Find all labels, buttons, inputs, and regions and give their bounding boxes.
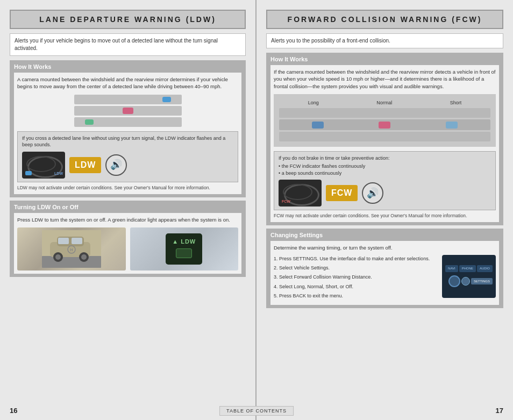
- fcw-item-1: • the FCW indicator flashes continuously: [279, 163, 491, 170]
- ldw-badge: LDW: [69, 157, 101, 173]
- ldw-title-bar: LANE DEPARTURE WARNING (LDW): [10, 10, 246, 29]
- fcw-gauge: [283, 184, 312, 200]
- ldw-how-content: A camera mounted between the windshield …: [14, 73, 241, 194]
- steps-list: 1. Press SETTINGS. Use the interface dia…: [274, 255, 439, 302]
- svg-rect-4: [58, 238, 69, 244]
- fcw-alert-box: Alerts you to the possibility of a front…: [266, 33, 503, 48]
- fcw-sound-icon: 🔊: [362, 182, 383, 204]
- label-long: Long: [308, 99, 319, 106]
- fcw-title: FORWARD COLLISION WARNING (FCW): [269, 15, 500, 24]
- car-icon-2: [123, 108, 133, 114]
- ldw-car-photos: H ▲ LDW: [17, 227, 238, 270]
- lane-row-3: [74, 117, 182, 127]
- fcw-display: FCW FCW 🔊: [279, 180, 491, 207]
- fcw-row-bottom: [279, 132, 490, 141]
- fcw-changing-section: Changing Settings Determine the warning …: [266, 229, 503, 308]
- label-normal: Normal: [376, 99, 392, 106]
- fcw-title-bar: FORWARD COLLISION WARNING (FCW): [266, 10, 503, 29]
- fcw-warning-title: If you do not brake in time or take prev…: [279, 155, 491, 162]
- ldw-gauge-label: LDW: [54, 171, 63, 176]
- svg-point-9: [81, 254, 87, 260]
- car-photo-button: ▲ LDW: [130, 227, 239, 270]
- gauge-circle: [26, 156, 56, 172]
- svg-rect-1: [42, 256, 101, 268]
- car-blue-left: [312, 122, 324, 129]
- speaker-symbol: 🔊: [110, 158, 122, 172]
- step-5: 5. Press BACK to exit the menu.: [274, 292, 439, 300]
- fcw-gauge-label: FCW: [282, 199, 290, 204]
- page-number-right: 17: [496, 407, 503, 415]
- ldw-turning-content: Press LDW to turn the system on or off. …: [14, 213, 241, 274]
- ldw-lane-diagram: [17, 95, 238, 127]
- nav-enter-btn: [461, 277, 470, 286]
- fcw-changing-title: Changing Settings: [270, 232, 499, 238]
- car-icon-1: [162, 97, 171, 102]
- fcw-badge: FCW: [326, 185, 358, 201]
- car-exterior-svg: H: [42, 230, 101, 268]
- ldw-display: LDW LDW 🔊: [22, 152, 233, 179]
- left-page: LANE DEPARTURE WARNING (LDW) Alerts you …: [0, 0, 256, 420]
- step-1: 1. Press SETTINGS. Use the interface dia…: [274, 255, 439, 262]
- ldw-turning-section: Turning LDW On or Off Press LDW to turn …: [10, 201, 246, 277]
- ldw-alert-text: Alerts you if your vehicle begins to mov…: [15, 38, 218, 51]
- svg-rect-5: [72, 238, 82, 244]
- lane-row-2: [74, 106, 182, 116]
- nav-btn-audio: AUDIO: [477, 265, 493, 272]
- ldw-warning-box: If you cross a detected lane line withou…: [17, 131, 238, 182]
- nav-btn-navi: NAVI: [445, 265, 458, 272]
- nav-bottom-row: SETTINGS: [448, 275, 493, 287]
- ldw-button-panel: ▲ LDW: [166, 233, 202, 264]
- nav-dial: [448, 275, 460, 287]
- ldw-how-it-works: How It Works A camera mounted between th…: [10, 60, 246, 197]
- settings-steps-container: 1. Press SETTINGS. Use the interface dia…: [274, 255, 496, 302]
- sound-icon: 🔊: [105, 154, 127, 176]
- fcw-distance-labels: Long Normal Short: [279, 99, 490, 106]
- ldw-turning-body: Press LDW to turn the system on or off. …: [17, 216, 238, 223]
- fcw-dashboard-image: FCW: [279, 180, 322, 207]
- fcw-note: FCW may not activate under certain condi…: [274, 213, 496, 219]
- fcw-row-top: [279, 108, 490, 118]
- ldw-note: LDW may not activate under certain condi…: [17, 185, 238, 191]
- right-page: FORWARD COLLISION WARNING (FCW) Alerts y…: [256, 0, 513, 420]
- ldw-turning-title: Turning LDW On or Off: [14, 204, 241, 210]
- page-spread: LANE DEPARTURE WARNING (LDW) Alerts you …: [0, 0, 513, 420]
- car-icon-3: [85, 119, 94, 125]
- car-pink-center: [379, 122, 390, 129]
- svg-text:H: H: [70, 248, 73, 252]
- ldw-how-body: A camera mounted between the windshield …: [17, 76, 238, 90]
- ldw-alert-box: Alerts you if your vehicle begins to mov…: [10, 33, 246, 56]
- ldw-dashboard-image: LDW: [22, 152, 65, 179]
- fcw-changing-body: Determine the warning timing, or turn th…: [274, 244, 496, 251]
- fcw-how-title: How It Works: [270, 56, 499, 62]
- toc-footer: TABLE OF CONTENTS: [219, 406, 294, 416]
- step-4: 4. Select Long, Normal, Short, or Off.: [274, 283, 439, 290]
- fcw-warning-items: • the FCW indicator flashes continuously…: [279, 163, 491, 176]
- fcw-item-2: • a beep sounds continuously: [279, 170, 491, 177]
- fcw-how-content: If the camera mounted between the windsh…: [270, 65, 499, 222]
- nav-top-row: NAVI PHONE AUDIO: [445, 265, 493, 272]
- page-number-left: 16: [10, 407, 17, 415]
- nav-btn-phone: PHONE: [459, 265, 476, 272]
- nav-btn-settings: SETTINGS: [471, 278, 493, 284]
- fcw-alert-text: Alerts you to the possibility of a front…: [271, 38, 390, 44]
- lane-row-1: [74, 95, 182, 104]
- svg-point-7: [55, 254, 61, 260]
- fcw-how-body: If the camera mounted between the windsh…: [274, 68, 496, 90]
- fcw-changing-content: Determine the warning timing, or turn th…: [270, 241, 499, 304]
- fcw-diagram: Long Normal Short: [274, 94, 496, 147]
- ldw-button-shape: [176, 248, 192, 258]
- car-photo-exterior: H: [17, 227, 126, 270]
- car-blue-right: [446, 122, 458, 129]
- nav-screen: NAVI PHONE AUDIO SETTINGS: [442, 255, 496, 298]
- fcw-cars-row: [279, 119, 490, 130]
- fcw-how-it-works: How It Works If the camera mounted betwe…: [266, 53, 503, 225]
- ldw-button-indicator: ▲ LDW: [172, 238, 196, 246]
- step-3: 3. Select Forward Collision Warning Dist…: [274, 273, 439, 281]
- ldw-title: LANE DEPARTURE WARNING (LDW): [13, 15, 243, 24]
- label-short: Short: [450, 99, 462, 106]
- fcw-speaker-symbol: 🔊: [367, 187, 379, 200]
- ldw-how-title: How It Works: [14, 63, 241, 70]
- ldw-indicator-light: [25, 171, 32, 175]
- ldw-warning-text: If you cross a detected lane line withou…: [22, 135, 233, 148]
- fcw-warning-box: If you do not brake in time or take prev…: [274, 151, 496, 210]
